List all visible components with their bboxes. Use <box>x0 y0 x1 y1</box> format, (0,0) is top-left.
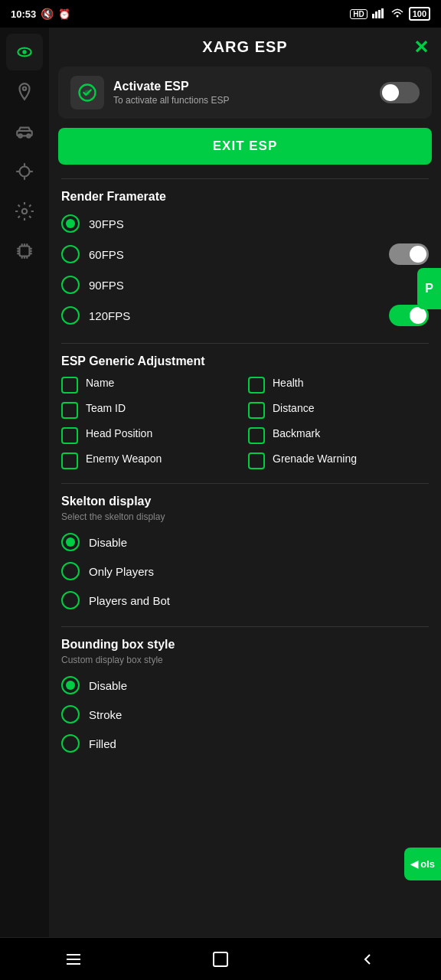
esp-name-item[interactable]: Name <box>61 376 242 394</box>
esp-health-checkbox[interactable] <box>248 377 265 394</box>
bottom-nav <box>0 937 441 980</box>
skelton-radio-group: Disable Only Players Players and Bot <box>61 530 429 612</box>
esp-generic-section: ESP Generic Adjustment Name Health Team … <box>49 348 441 479</box>
fps-90-label: 90FPS <box>89 279 124 292</box>
bbox-disable-label: Disable <box>89 679 127 692</box>
framerate-radio-group: 30FPS 60FPS 90FPS <box>61 211 429 329</box>
esp-grenadewarning-checkbox[interactable] <box>248 452 265 469</box>
signal-icon <box>372 8 386 21</box>
fps-60-toggle[interactable] <box>389 243 429 265</box>
sidebar-item-crosshair[interactable] <box>6 153 43 190</box>
status-left: 10:53 🔇 ⏰ <box>11 8 70 20</box>
skelton-disable-item[interactable]: Disable <box>61 530 429 554</box>
skelton-playersandbot-radio[interactable] <box>61 591 80 609</box>
svg-point-7 <box>23 87 26 90</box>
fps-30-radio[interactable] <box>61 214 80 233</box>
render-framerate-section: Render Framerate 30FPS 60FPS <box>49 184 441 338</box>
esp-backmark-item[interactable]: Backmark <box>248 426 429 444</box>
nav-back-button[interactable] <box>345 944 390 975</box>
esp-teamid-item[interactable]: Team ID <box>61 401 242 419</box>
svg-rect-0 <box>372 14 374 18</box>
esp-distance-label: Distance <box>273 401 314 415</box>
floating-tab-tools[interactable]: ◀ ols <box>404 848 441 880</box>
sidebar-item-chip[interactable] <box>6 233 43 270</box>
bounding-box-title: Bounding box style <box>61 638 429 652</box>
esp-teamid-label: Team ID <box>86 401 126 415</box>
esp-generic-title: ESP Generic Adjustment <box>61 354 429 368</box>
bbox-disable-item[interactable]: Disable <box>61 673 429 697</box>
skelton-disable-radio[interactable] <box>61 533 80 551</box>
svg-rect-2 <box>378 10 381 18</box>
bbox-stroke-label: Stroke <box>89 708 122 721</box>
fps-30-item[interactable]: 30FPS <box>61 211 429 236</box>
floating-tab-p[interactable]: P <box>417 268 441 309</box>
fps-120-item[interactable]: 120FPS <box>61 302 429 329</box>
esp-health-item[interactable]: Health <box>248 376 429 394</box>
floating-tab-tools-label: ◀ ols <box>410 858 435 870</box>
activate-esp-icon <box>70 76 104 109</box>
esp-teamid-checkbox[interactable] <box>61 402 78 419</box>
fps-90-radio[interactable] <box>61 276 80 294</box>
esp-grenadewarning-label: Grenade Warning <box>273 452 357 466</box>
divider-2 <box>61 343 429 344</box>
esp-headposition-label: Head Position <box>86 426 152 440</box>
sidebar-item-settings[interactable] <box>6 193 43 230</box>
skelton-disable-label: Disable <box>89 536 127 549</box>
skelton-display-subtitle: Select the skelton display <box>61 511 429 522</box>
header: XARG ESP ✕ <box>49 28 441 67</box>
divider-4 <box>61 626 429 627</box>
nav-home-button[interactable] <box>198 944 243 975</box>
fps-90-item[interactable]: 90FPS <box>61 273 429 297</box>
fps-60-radio[interactable] <box>61 245 80 263</box>
esp-headposition-item[interactable]: Head Position <box>61 426 242 444</box>
battery-icon: 100 <box>409 7 430 21</box>
nav-menu-button[interactable] <box>51 944 96 975</box>
bbox-filled-item[interactable]: Filled <box>61 731 429 756</box>
esp-grenadewarning-item[interactable]: Grenade Warning <box>248 452 429 469</box>
skelton-onlyplayers-label: Only Players <box>89 565 154 578</box>
svg-rect-1 <box>375 11 377 18</box>
status-right: HD 100 <box>350 7 430 21</box>
esp-distance-item[interactable]: Distance <box>248 401 429 419</box>
fps-60-item[interactable]: 60FPS <box>61 240 429 268</box>
activate-esp-card: Activate ESP To activate all functions E… <box>58 67 432 119</box>
esp-backmark-label: Backmark <box>273 426 320 440</box>
skelton-onlyplayers-radio[interactable] <box>61 562 80 580</box>
wifi-icon <box>390 8 404 21</box>
svg-point-31 <box>85 90 90 96</box>
svg-rect-3 <box>381 8 384 18</box>
fps-30-label: 30FPS <box>89 217 124 230</box>
bbox-stroke-item[interactable]: Stroke <box>61 702 429 727</box>
alarm-icon: ⏰ <box>58 8 70 20</box>
bounding-box-subtitle: Custom display box style <box>61 655 429 665</box>
esp-enemyweapon-checkbox[interactable] <box>61 452 78 469</box>
svg-point-6 <box>22 50 26 54</box>
esp-enemyweapon-item[interactable]: Enemy Weapon <box>61 452 242 469</box>
svg-rect-35 <box>214 952 227 966</box>
sidebar-item-car[interactable] <box>6 113 43 150</box>
esp-enemyweapon-label: Enemy Weapon <box>86 452 162 466</box>
time: 10:53 <box>11 8 36 20</box>
esp-backmark-checkbox[interactable] <box>248 427 265 444</box>
esp-name-checkbox[interactable] <box>61 377 78 394</box>
activate-esp-toggle[interactable] <box>380 82 420 103</box>
svg-point-11 <box>20 167 30 177</box>
svg-point-16 <box>22 209 28 214</box>
esp-distance-checkbox[interactable] <box>248 402 265 419</box>
esp-headposition-checkbox[interactable] <box>61 427 78 444</box>
fps-120-radio[interactable] <box>61 306 80 325</box>
bbox-filled-radio[interactable] <box>61 734 80 753</box>
status-bar: 10:53 🔇 ⏰ HD 100 <box>0 0 441 28</box>
sidebar-item-location[interactable] <box>6 74 43 110</box>
bbox-stroke-radio[interactable] <box>61 705 80 724</box>
exit-esp-button[interactable]: EXIT ESP <box>58 128 432 165</box>
svg-point-4 <box>396 15 398 17</box>
bbox-disable-radio[interactable] <box>61 676 80 694</box>
svg-rect-17 <box>20 247 30 256</box>
close-button[interactable]: ✕ <box>413 37 429 58</box>
skelton-onlyplayers-item[interactable]: Only Players <box>61 559 429 583</box>
floating-tab-p-label: P <box>425 282 433 296</box>
app-title: XARG ESP <box>202 38 287 56</box>
skelton-playersandbot-item[interactable]: Players and Bot <box>61 588 429 612</box>
sidebar-item-eye[interactable] <box>6 34 43 70</box>
